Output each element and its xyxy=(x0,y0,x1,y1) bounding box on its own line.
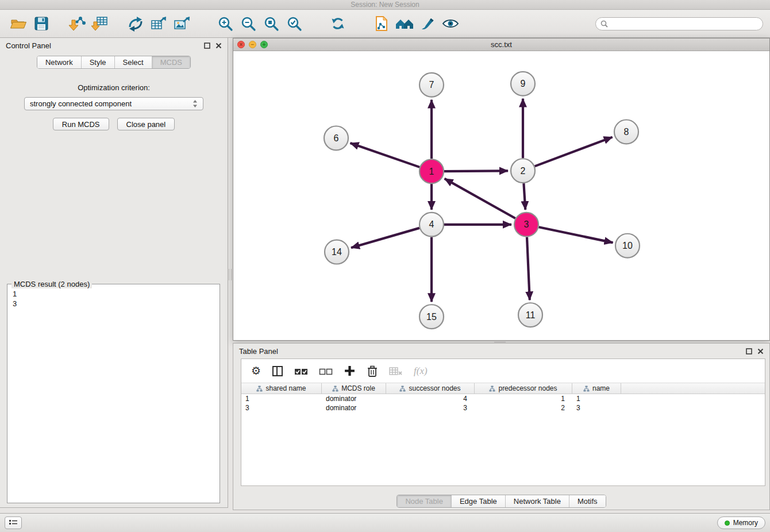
graph-node-1[interactable]: 1 xyxy=(419,159,444,183)
export-table-icon xyxy=(150,15,167,32)
table-cell: 1 xyxy=(475,394,572,403)
close-panel-button[interactable]: Close panel xyxy=(117,118,175,130)
export-network-icon xyxy=(127,15,144,32)
export-image-button[interactable] xyxy=(170,13,193,34)
annotation-button[interactable] xyxy=(370,13,393,34)
search-box[interactable] xyxy=(595,17,763,30)
tab-motifs[interactable]: Motifs xyxy=(569,495,606,507)
table-settings-icon[interactable]: ⚙ xyxy=(251,365,261,376)
graph-node-3[interactable]: 3 xyxy=(514,213,538,237)
zoom-out-button[interactable] xyxy=(237,13,260,34)
column-header-predecessor-nodes[interactable]: predecessor nodes xyxy=(475,383,572,394)
network-window-title: scc.txt xyxy=(233,40,769,49)
column-header-shared-name[interactable]: shared name xyxy=(241,383,322,394)
graph-edge-3-11[interactable] xyxy=(527,237,530,300)
svg-text:10: 10 xyxy=(622,241,633,250)
zoom-fit-button[interactable] xyxy=(260,13,283,34)
zoom-in-button[interactable] xyxy=(214,13,237,34)
mcds-result-lines: 13 xyxy=(7,284,220,313)
search-input[interactable] xyxy=(611,20,758,28)
run-mcds-button[interactable]: Run MCDS xyxy=(53,118,109,130)
tab-network[interactable]: Network xyxy=(37,56,81,68)
table-cell: dominator xyxy=(322,394,386,403)
column-header-name[interactable]: name xyxy=(572,383,621,394)
network-window-titlebar: scc.txt × − + xyxy=(233,38,769,51)
graph-node-7[interactable]: 7 xyxy=(419,73,444,97)
svg-text:7: 7 xyxy=(429,80,434,90)
network-window: scc.txt × − + 7968124314101511 xyxy=(233,38,770,341)
graph-node-10[interactable]: 10 xyxy=(615,234,640,258)
svg-text:14: 14 xyxy=(332,247,342,257)
svg-text:6: 6 xyxy=(334,133,339,143)
column-header-filler xyxy=(621,383,765,394)
close-window-icon[interactable]: × xyxy=(237,41,245,48)
column-header-MCDS-role[interactable]: MCDS role xyxy=(322,383,386,394)
table-row[interactable]: 1dominator411 xyxy=(241,394,765,403)
tab-style[interactable]: Style xyxy=(81,56,114,68)
optimization-label: Optimization criterion: xyxy=(0,83,228,92)
control-panel: Control Panel NetworkStyleSelectMCDS Opt… xyxy=(0,38,228,508)
control-panel-header: Control Panel xyxy=(0,38,228,53)
graph-node-6[interactable]: 6 xyxy=(324,126,348,150)
zoom-selected-button[interactable] xyxy=(283,13,306,34)
graph-node-2[interactable]: 2 xyxy=(511,159,535,183)
export-image-icon xyxy=(173,15,190,32)
network-canvas[interactable]: 7968124314101511 xyxy=(233,52,769,340)
tab-node-table[interactable]: Node Table xyxy=(397,495,451,507)
import-network-button[interactable] xyxy=(66,13,88,34)
import-table-button[interactable] xyxy=(88,13,111,34)
refresh-button[interactable] xyxy=(326,13,349,34)
search-icon xyxy=(600,20,608,28)
graph-edge-4-14[interactable] xyxy=(351,228,419,248)
graph-edge-2-8[interactable] xyxy=(535,137,613,167)
table-row[interactable]: 3dominator323 xyxy=(241,403,765,413)
deselect-all-icon[interactable] xyxy=(319,367,333,376)
show-hide-panel-button[interactable] xyxy=(439,13,462,34)
graph-edge-1-2[interactable] xyxy=(444,171,508,171)
memory-button[interactable]: Memory xyxy=(717,516,765,529)
delete-rows-icon[interactable] xyxy=(367,365,378,377)
graph-node-9[interactable]: 9 xyxy=(511,72,535,96)
graph-node-8[interactable]: 8 xyxy=(614,120,638,144)
toggle-columns-icon[interactable] xyxy=(272,365,283,377)
graph-edge-2-3[interactable] xyxy=(523,183,525,210)
minimize-window-icon[interactable]: − xyxy=(249,41,256,48)
open-folder-icon xyxy=(10,15,27,32)
graphics-details-button[interactable] xyxy=(416,13,439,34)
import-table-icon xyxy=(91,15,109,32)
open-session-button[interactable] xyxy=(7,13,30,34)
export-network-button[interactable] xyxy=(124,13,147,34)
tab-select[interactable]: Select xyxy=(114,56,152,68)
tab-mcds[interactable]: MCDS xyxy=(152,56,190,68)
table-panel-tabs: Node TableEdge TableNetwork TableMotifs xyxy=(396,495,606,508)
tab-edge-table[interactable]: Edge Table xyxy=(451,495,505,507)
graph-edge-1-6[interactable] xyxy=(351,143,420,167)
home-view-button[interactable] xyxy=(393,13,416,34)
criterion-dropdown[interactable]: strongly connected component xyxy=(24,97,203,110)
save-session-button[interactable] xyxy=(30,13,53,34)
close-table-panel-icon[interactable] xyxy=(757,348,764,354)
select-all-icon[interactable] xyxy=(294,367,308,376)
network-graph[interactable]: 7968124314101511 xyxy=(233,52,769,340)
status-bar: Memory xyxy=(0,513,770,532)
zoom-window-icon[interactable]: + xyxy=(260,41,268,48)
float-panel-icon[interactable] xyxy=(204,43,210,49)
task-history-button[interactable] xyxy=(5,516,22,529)
control-panel-tabs: NetworkStyleSelectMCDS xyxy=(37,56,191,69)
graph-edge-3-1[interactable] xyxy=(445,179,515,218)
float-table-panel-icon[interactable] xyxy=(746,348,752,354)
column-header-successor-nodes[interactable]: successor nodes xyxy=(386,383,475,394)
graph-node-14[interactable]: 14 xyxy=(325,240,349,264)
close-panel-icon[interactable] xyxy=(215,43,222,49)
table-panel-header: Table Panel xyxy=(233,344,769,358)
graph-edge-3-10[interactable] xyxy=(539,227,613,242)
graph-node-11[interactable]: 11 xyxy=(518,303,542,327)
tab-network-table[interactable]: Network Table xyxy=(505,495,569,507)
add-row-icon[interactable] xyxy=(344,365,356,377)
table-body: 1dominator4113dominator323 xyxy=(241,394,765,413)
export-table-button[interactable] xyxy=(147,13,170,34)
zoom-out-icon xyxy=(240,16,256,32)
graph-node-15[interactable]: 15 xyxy=(419,304,444,329)
vertical-splitter-handle[interactable] xyxy=(229,269,232,280)
graph-node-4[interactable]: 4 xyxy=(419,213,444,237)
